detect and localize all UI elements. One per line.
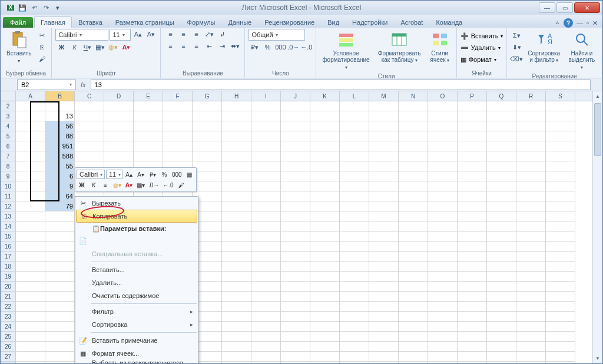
cell-R22[interactable] [516, 312, 546, 322]
name-box[interactable]: B2▾ [17, 80, 76, 90]
cell-R17[interactable] [516, 262, 546, 272]
row-header-2[interactable]: 3 [1, 111, 15, 121]
copy-icon[interactable]: ⎘ [36, 42, 48, 52]
cell-S26[interactable] [546, 352, 575, 362]
cell-B4[interactable]: 88 [45, 131, 75, 141]
mini-align-icon[interactable]: ≡ [100, 180, 111, 190]
cell-L4[interactable] [340, 131, 369, 141]
cell-R4[interactable] [516, 131, 546, 141]
cell-B9[interactable]: 9 [45, 181, 75, 191]
decrease-decimal-icon[interactable]: ←.0 [300, 42, 312, 52]
align-bottom-icon[interactable]: ≡ [190, 29, 202, 39]
cell-H1[interactable] [222, 101, 251, 111]
cell-H5[interactable] [222, 141, 251, 151]
cell-J13[interactable] [281, 221, 310, 231]
ctx-filter[interactable]: Фильтр▸ [75, 305, 198, 318]
borders-icon[interactable]: ▦▾ [94, 42, 106, 52]
cell-D3[interactable] [104, 121, 134, 131]
cell-H21[interactable] [222, 302, 251, 312]
cell-J25[interactable] [281, 342, 310, 352]
cell-S6[interactable] [546, 151, 575, 161]
cell-K18[interactable] [310, 272, 340, 282]
cell-A19[interactable] [16, 282, 45, 292]
cell-S5[interactable] [546, 141, 575, 151]
cell-O1[interactable] [428, 101, 458, 111]
cell-N4[interactable] [399, 131, 428, 141]
cell-B16[interactable] [45, 252, 75, 262]
cell-F6[interactable] [163, 151, 193, 161]
close-button[interactable]: ✕ [574, 2, 600, 13]
cell-K25[interactable] [310, 342, 340, 352]
cell-S25[interactable] [546, 342, 575, 352]
cell-B21[interactable] [45, 302, 75, 312]
cell-G2[interactable] [193, 111, 222, 121]
cell-K10[interactable] [310, 191, 340, 201]
column-header-R[interactable]: R [516, 91, 546, 101]
cell-S13[interactable] [546, 221, 575, 231]
conditional-formatting-button[interactable]: Условное форматирование [320, 29, 372, 72]
cell-M9[interactable] [369, 181, 399, 191]
ctx-insert[interactable]: Вставить... [75, 263, 198, 276]
cell-K9[interactable] [310, 181, 340, 191]
cell-B24[interactable] [45, 332, 75, 342]
cell-M11[interactable] [369, 201, 399, 211]
cell-M6[interactable] [369, 151, 399, 161]
cell-N21[interactable] [399, 302, 428, 312]
cell-B6[interactable]: 588 [45, 151, 75, 161]
row-header-5[interactable]: 6 [1, 141, 15, 151]
cell-A15[interactable] [16, 241, 45, 252]
cell-P19[interactable] [458, 282, 487, 292]
percent-icon[interactable]: % [261, 42, 273, 52]
cell-B12[interactable] [45, 211, 75, 221]
cell-H20[interactable] [222, 292, 251, 302]
cell-J9[interactable] [281, 181, 310, 191]
cell-Q13[interactable] [487, 221, 516, 231]
column-header-S[interactable]: S [546, 91, 575, 101]
cell-O24[interactable] [428, 332, 458, 342]
column-header-J[interactable]: J [281, 91, 310, 101]
cell-O16[interactable] [428, 252, 458, 262]
maximize-button[interactable]: ▭ [556, 2, 573, 13]
cell-Q14[interactable] [487, 231, 516, 241]
cell-M15[interactable] [369, 241, 399, 252]
cell-L21[interactable] [340, 302, 369, 312]
cell-P3[interactable] [458, 121, 487, 131]
cell-G8[interactable] [193, 171, 222, 181]
cell-M19[interactable] [369, 282, 399, 292]
tab-formulas[interactable]: Формулы [181, 16, 222, 28]
cell-N13[interactable] [399, 221, 428, 231]
cell-I2[interactable] [251, 111, 281, 121]
cell-L15[interactable] [340, 241, 369, 252]
row-header-26[interactable]: 27 [1, 352, 15, 362]
row-header-6[interactable]: 7 [1, 151, 15, 161]
cell-O23[interactable] [428, 322, 458, 332]
cell-I13[interactable] [251, 221, 281, 231]
row-header-18[interactable]: 19 [1, 272, 15, 282]
row-header-9[interactable]: 10 [1, 181, 15, 191]
cell-R11[interactable] [516, 201, 546, 211]
cell-G3[interactable] [193, 121, 222, 131]
cell-O20[interactable] [428, 292, 458, 302]
cell-M18[interactable] [369, 272, 399, 282]
cell-E2[interactable] [134, 111, 163, 121]
cell-O22[interactable] [428, 312, 458, 322]
cell-B17[interactable] [45, 262, 75, 272]
cell-C3[interactable] [75, 121, 104, 131]
cell-S12[interactable] [546, 211, 575, 221]
mini-font-color-icon[interactable]: A▾ [124, 180, 134, 190]
cell-O5[interactable] [428, 141, 458, 151]
cell-O19[interactable] [428, 282, 458, 292]
cell-N6[interactable] [399, 151, 428, 161]
cell-S15[interactable] [546, 241, 575, 252]
cell-Q8[interactable] [487, 171, 516, 181]
cell-M24[interactable] [369, 332, 399, 342]
cell-I26[interactable] [251, 352, 281, 362]
cell-J1[interactable] [281, 101, 310, 111]
row-header-1[interactable]: 2 [1, 101, 15, 111]
sort-filter-button[interactable]: AЯСортировка и фильтр [525, 29, 563, 65]
cell-B23[interactable] [45, 322, 75, 332]
cell-Q18[interactable] [487, 272, 516, 282]
cell-H24[interactable] [222, 332, 251, 342]
cell-E6[interactable] [134, 151, 163, 161]
cell-P15[interactable] [458, 241, 487, 252]
